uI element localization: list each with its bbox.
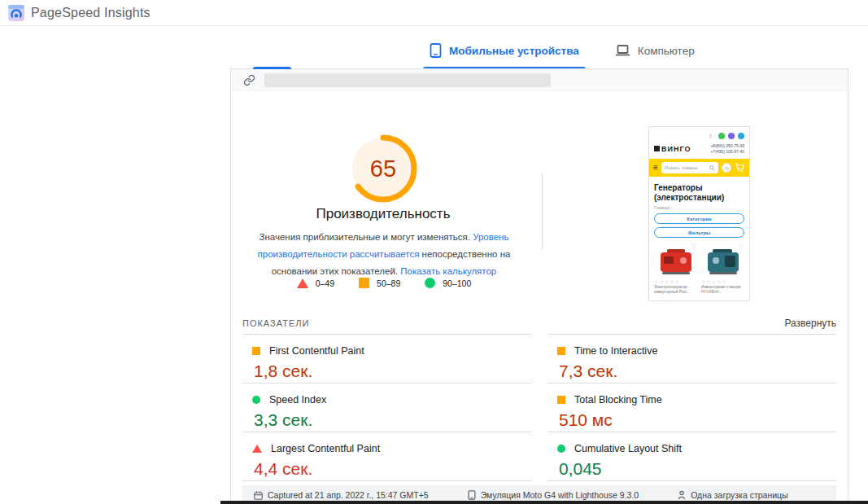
calendar-icon [254, 491, 263, 500]
metric-total-blocking-time: Total Blocking Time 510 мс [547, 383, 836, 432]
page-thumbnail[interactable]: ≡ · ВИНГО +8(800) 350-75-69 +7(495) 105-… [648, 126, 750, 301]
legend-item-fail: 0–49 [297, 278, 334, 288]
page-load-info: Одна загрузка страницы [678, 490, 787, 500]
metric-status-icon [252, 396, 260, 404]
legend-range-label: 50–89 [377, 278, 400, 288]
tab-desktop[interactable]: Компьютер [608, 33, 701, 68]
favorite-heart-icon: ♡ [739, 243, 744, 249]
cart-icon [735, 163, 745, 173]
thumb-messenger-row: ≡ · [654, 131, 744, 140]
mobile-device-icon [430, 43, 442, 58]
score-description: Значения приблизительные и могут изменят… [243, 229, 525, 280]
product-rating-stars: ☆☆☆☆☆ [701, 278, 744, 284]
device-tabbar: Мобильные устройства Компьютер [423, 33, 701, 68]
app-title: PageSpeed Insights [31, 6, 150, 20]
magnifier-icon [709, 165, 715, 171]
metric-status-icon [557, 445, 565, 453]
metric-value: 1,8 сек. [254, 362, 531, 381]
page-load-text: Одна загрузка страницы [691, 490, 787, 500]
metric-value: 4,4 сек. [254, 459, 531, 479]
metric-label: Cumulative Layout Shift [574, 443, 682, 454]
metrics-title: ПОКАЗАТЕЛИ [242, 318, 309, 328]
link-icon [243, 74, 255, 86]
tab-mobile-label: Мобильные устройства [449, 45, 579, 57]
desktop-device-icon [615, 44, 630, 57]
captured-at-text: Captured at 21 апр. 2022 г., 15:47 GMT+5 [268, 490, 429, 500]
metric-speed-index: Speed Index 3,3 сек. [242, 383, 531, 432]
phone-number-1: +8(800) 350-75-69 [710, 143, 744, 149]
product-name: Инверторная станция HYUNDAI... [701, 285, 744, 295]
bottom-dark-bar [220, 501, 868, 504]
tab-desktop-label: Компьютер [638, 45, 695, 57]
url-bar [231, 69, 848, 91]
metric-value: 3,3 сек. [254, 410, 531, 430]
metric-label: Total Blocking Time [574, 394, 662, 405]
thumb-phones: +8(800) 350-75-69 +7(495) 105-97-40 [710, 143, 744, 155]
metric-status-icon [252, 347, 260, 355]
metric-label: Time to Interactive [574, 345, 657, 357]
metric-first-contentful-paint: First Contentful Paint 1,8 сек. [242, 334, 531, 383]
metric-largest-contentful-paint: Largest Contentful Paint 4,4 сек. [242, 432, 531, 481]
section-divider [542, 173, 543, 249]
pagespeed-insights-app: PageSpeed Insights Мобильные устройства … [0, 0, 868, 504]
expand-button[interactable]: Развернуть [784, 318, 836, 329]
pass-circle-icon [425, 278, 435, 288]
thumb-search-bar: ≡ Искать товары ◷ [649, 159, 749, 177]
pagespeed-logo-icon [8, 5, 24, 21]
thumb-search-placeholder: Искать товары [665, 165, 698, 170]
phone-number-2: +7(495) 105-97-40 [710, 149, 744, 155]
metric-value: 510 мс [559, 410, 836, 430]
score-legend: 0–49 50–89 90–100 [243, 278, 525, 288]
vingo-logo: ВИНГО [654, 145, 691, 153]
performance-gauge[interactable]: 65 [349, 134, 417, 203]
product-name: Электрогенератор инверторный Pion... [654, 285, 697, 295]
telegram-icon [738, 133, 744, 139]
thumb-account-icon: ◷ [722, 163, 731, 173]
thumb-search-input: Искать товары [661, 162, 718, 173]
metric-value: 7,3 сек. [559, 362, 836, 381]
thumb-filters-button: Фильтры [654, 227, 744, 238]
captured-at: Captured at 21 апр. 2022 г., 15:47 GMT+5 [254, 490, 429, 500]
url-redacted-pill [264, 73, 551, 87]
viber-icon [728, 133, 735, 139]
metric-status-icon [557, 396, 565, 404]
show-calculator-link[interactable]: Показать калькулятор [400, 266, 496, 276]
metric-status-icon [252, 445, 262, 453]
whatsapp-icon [718, 133, 725, 139]
metric-cumulative-layout-shift: Cumulative Layout Shift 0,045 [547, 432, 836, 481]
thumb-product-grid: ♡ ☆☆☆☆☆ Электрогенератор инверторный Pio… [654, 243, 744, 295]
thumb-product-card: ♡ ☆☆☆☆☆ Электрогенератор инверторный Pio… [654, 243, 697, 295]
thumb-logo-row: ВИНГО +8(800) 350-75-69 +7(495) 105-97-4… [654, 143, 744, 155]
hamburger-icon: ≡ [653, 164, 658, 172]
metric-label: First Contentful Paint [269, 345, 364, 357]
legend-item-pass: 90–100 [425, 278, 471, 288]
thumb-product-card: ♡ ☆☆☆☆☆ Инверторная станция HYUNDAI... [701, 243, 744, 295]
average-square-icon [359, 278, 369, 288]
metrics-grid: First Contentful Paint 1,8 сек. Time to … [242, 334, 836, 481]
metric-time-to-interactive: Time to Interactive 7,3 сек. [547, 334, 836, 383]
metric-status-icon [557, 347, 565, 355]
metric-label: Speed Index [269, 394, 326, 405]
emulation-text: Эмуляция Moto G4 with Lighthouse 9.3.0 [481, 490, 639, 500]
metrics-header: ПОКАЗАТЕЛИ Развернуть [242, 313, 836, 333]
smartphone-icon [468, 490, 476, 500]
tab-mobile[interactable]: Мобильные устройства [423, 33, 586, 68]
score-title: Производительность [245, 206, 521, 222]
person-icon [678, 490, 686, 500]
legend-item-average: 50–89 [359, 278, 400, 288]
thumb-breadcrumb: Главная / [654, 205, 744, 210]
product-rating-stars: ☆☆☆☆☆ [654, 278, 697, 284]
app-header: PageSpeed Insights [0, 0, 868, 26]
thumb-categories-button: Категории [654, 213, 744, 224]
emulation-info: Эмуляция Moto G4 with Lighthouse 9.3.0 [468, 490, 639, 500]
metric-value: 0,045 [559, 459, 836, 479]
thumb-menu-hint: ≡ · [709, 134, 715, 138]
metric-label: Largest Contentful Paint [271, 443, 380, 454]
report-card: 65 Производительность Значения приблизит… [230, 68, 848, 504]
performance-score: 65 [349, 134, 417, 203]
fail-triangle-icon [297, 278, 308, 288]
score-desc-text-1: Значения приблизительные и могут изменят… [260, 232, 473, 242]
legend-range-label: 0–49 [316, 278, 334, 288]
favorite-heart-icon: ♡ [691, 243, 696, 249]
legend-range-label: 90–100 [443, 278, 471, 288]
